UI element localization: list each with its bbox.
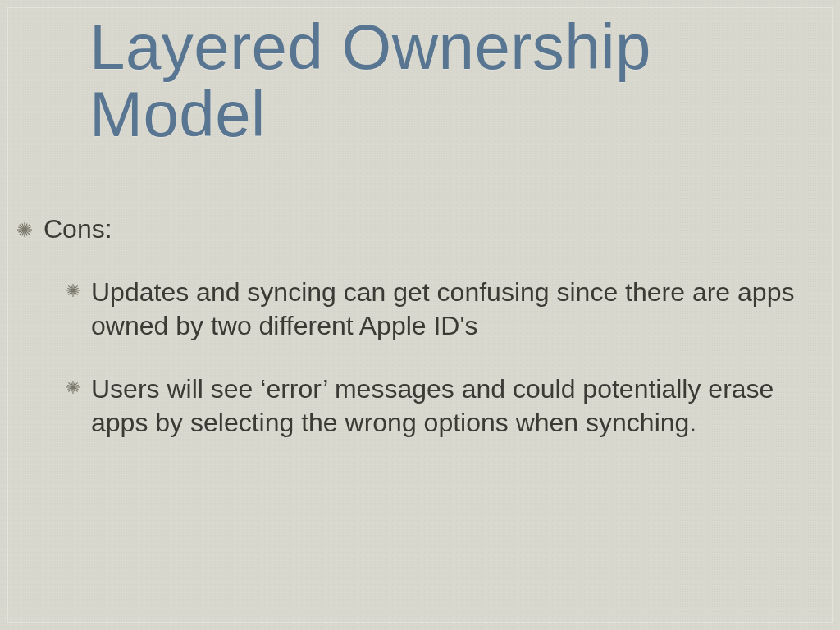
list-item-text: Users will see ‘error’ messages and coul… xyxy=(91,372,800,440)
list-item-text: Updates and syncing can get confusing si… xyxy=(91,276,800,343)
slide-frame: Layered Ownership Model xyxy=(7,7,833,623)
slide-title: Layered Ownership Model xyxy=(89,14,762,148)
slide-body: Cons: xyxy=(7,212,833,440)
starburst-bullet-icon xyxy=(66,381,80,394)
starburst-bullet-icon xyxy=(66,284,80,297)
list-item-text: Cons: xyxy=(43,212,112,246)
list-item: Users will see ‘error’ messages and coul… xyxy=(66,372,800,440)
list-item: Updates and syncing can get confusing si… xyxy=(66,276,800,343)
list-item: Cons: xyxy=(17,212,833,246)
starburst-bullet-icon xyxy=(17,222,32,237)
